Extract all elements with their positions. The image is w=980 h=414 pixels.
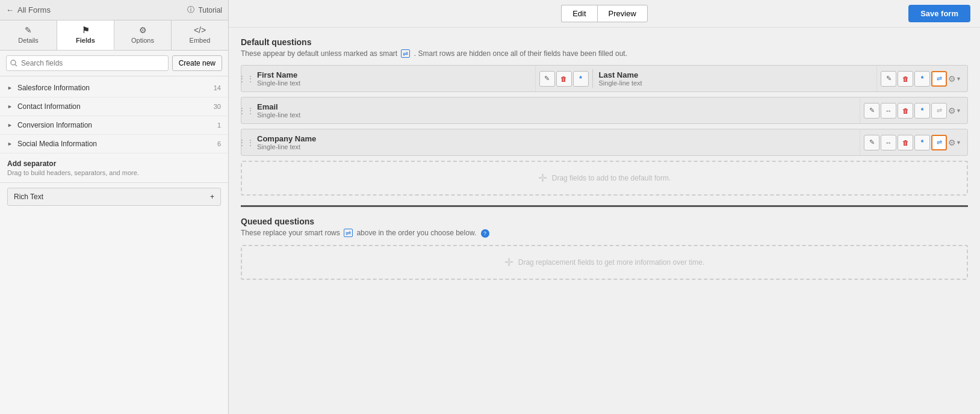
gear-icon: ⚙ (948, 106, 956, 116)
form-row-3-content: Company Name Single-line text ✎ ↔ 🗑 (251, 129, 967, 155)
email-actions: ✎ ↔ 🗑 * ⇌ (860, 97, 967, 123)
arrows-icon: ↔ (885, 139, 892, 146)
add-separator-section: Add separator Drag to build headers, sep… (0, 153, 228, 183)
edit-button[interactable]: Edit (561, 5, 597, 22)
tab-fields-label: Fields (76, 37, 95, 44)
smart-last-name-button[interactable]: ⇌ (931, 71, 947, 87)
gear-icon: ⚙ (948, 74, 956, 84)
sidebar-item-contact[interactable]: ► Contact Information 30 (0, 97, 228, 116)
queued-subtitle-suffix: above in the order you choose below. (356, 229, 476, 237)
tab-fields[interactable]: ⚑ Fields (57, 20, 114, 50)
chevron-down-icon: ▼ (956, 140, 961, 146)
smart-company-name-button[interactable]: ⇌ (931, 135, 947, 150)
sidebar-search-bar: Create new (0, 51, 228, 76)
tab-options-label: Options (131, 37, 154, 44)
pencil-icon: ✎ (869, 107, 875, 114)
delete-email-button[interactable]: 🗑 (898, 103, 913, 119)
all-forms-label: All Forms (17, 5, 51, 14)
first-name-type: Single-line text (257, 79, 529, 87)
edit-last-name-button[interactable]: ✎ (881, 71, 896, 87)
subtitle-suffix: . Smart rows are hidden once all of thei… (414, 49, 627, 58)
create-new-button[interactable]: Create new (172, 55, 222, 71)
trash-icon: 🗑 (902, 75, 909, 82)
gear-last-name-button[interactable]: ⚙ ▼ (948, 71, 964, 87)
smart-icon: ⇌ (937, 138, 942, 146)
details-icon: ✎ (25, 25, 32, 35)
asterisk-icon: * (921, 107, 924, 115)
queued-subtitle-text: These replace your smart rows (241, 229, 340, 237)
tab-details[interactable]: ✎ Details (0, 20, 57, 50)
queued-help-icon[interactable]: ? (481, 229, 489, 238)
section-divider (241, 205, 968, 207)
last-name-actions: ✎ 🗑 * ⇌ ⚙ (877, 66, 967, 91)
sidebar-item-salesforce-count: 14 (214, 84, 221, 91)
arrows-icon: ↔ (885, 107, 892, 114)
email-type: Single-line text (257, 111, 854, 119)
queued-questions-section: Queued questions These replace your smar… (241, 217, 968, 280)
required-company-name-button[interactable]: * (914, 135, 930, 150)
drag-cross-icon-queued: ✛ (504, 256, 513, 269)
tab-options[interactable]: ⚙ Options (114, 20, 172, 50)
first-name-actions: ✎ 🗑 * (536, 66, 592, 91)
help-circle-icon: ⓘ (187, 5, 194, 15)
fields-icon: ⚑ (82, 25, 90, 35)
drag-handle[interactable]: ⋮⋮ (241, 66, 251, 91)
sidebar-item-social[interactable]: ► Social Media Information 6 (0, 135, 228, 153)
form-row-2: ⋮⋮ Email Single-line text ✎ ↔ (241, 97, 968, 124)
first-name-field: First Name Single-line text (251, 66, 536, 91)
required-email-button[interactable]: * (914, 103, 930, 119)
expand-arrow-icon: ► (7, 85, 13, 91)
subtitle-text: These appear by default unless marked as… (241, 49, 397, 58)
tutorial-label: Tutorial (198, 6, 222, 14)
rich-text-button[interactable]: Rich Text + (7, 188, 221, 206)
delete-company-name-button[interactable]: 🗑 (898, 135, 913, 150)
asterisk-icon: * (579, 75, 582, 83)
preview-button[interactable]: Preview (597, 5, 648, 22)
edit-company-name-button[interactable]: ✎ (864, 135, 879, 150)
required-first-name-button[interactable]: * (573, 71, 589, 87)
first-name-label: First Name (257, 70, 529, 79)
edit-first-name-button[interactable]: ✎ (539, 71, 555, 87)
form-row-3: ⋮⋮ Company Name Single-line text ✎ ↔ (241, 129, 968, 156)
sidebar-item-conversion-count: 1 (217, 122, 221, 129)
sidebar-item-contact-label: Contact Information (17, 102, 214, 111)
search-input[interactable] (6, 55, 169, 71)
sidebar-item-social-label: Social Media Information (17, 140, 217, 148)
sidebar-item-conversion[interactable]: ► Conversion Information 1 (0, 116, 228, 135)
company-name-field: Company Name Single-line text (251, 129, 860, 155)
sidebar-item-salesforce-label: Salesforce Information (17, 84, 214, 92)
pencil-icon: ✎ (544, 75, 550, 82)
smart-inline-icon-queued: ⇌ (344, 229, 353, 237)
swap-email-button[interactable]: ↔ (881, 103, 896, 119)
tab-embed[interactable]: </> Embed (172, 20, 228, 50)
swap-company-name-button[interactable]: ↔ (881, 135, 896, 150)
expand-arrow-icon: ► (7, 141, 13, 147)
sidebar-header: ← All Forms ⓘ Tutorial (0, 0, 228, 20)
default-questions-subtitle: These appear by default unless marked as… (241, 49, 968, 58)
sidebar-tabs: ✎ Details ⚑ Fields ⚙ Options </> Embed (0, 20, 228, 51)
delete-last-name-button[interactable]: 🗑 (898, 71, 913, 87)
smart-email-button[interactable]: ⇌ (931, 103, 947, 119)
expand-arrow-icon: ► (7, 104, 13, 110)
gear-email-button[interactable]: ⚙ ▼ (948, 103, 964, 119)
required-last-name-button[interactable]: * (914, 71, 930, 87)
save-form-button[interactable]: Save form (908, 5, 970, 22)
gear-company-name-button[interactable]: ⚙ ▼ (948, 135, 964, 150)
sidebar: ← All Forms ⓘ Tutorial ✎ Details ⚑ Field… (0, 0, 229, 414)
sidebar-tutorial[interactable]: ⓘ Tutorial (187, 5, 222, 15)
default-questions-section: Default questions These appear by defaul… (241, 37, 968, 196)
trash-icon: 🗑 (560, 75, 567, 82)
sidebar-item-salesforce[interactable]: ► Salesforce Information 14 (0, 79, 228, 97)
edit-email-button[interactable]: ✎ (864, 103, 879, 119)
drag-handle[interactable]: ⋮⋮ (241, 129, 251, 155)
delete-first-name-button[interactable]: 🗑 (556, 71, 572, 87)
form-row-2-content: Email Single-line text ✎ ↔ 🗑 (251, 97, 967, 123)
drag-handle[interactable]: ⋮⋮ (241, 97, 251, 123)
asterisk-icon: * (921, 138, 924, 147)
tab-details-label: Details (18, 37, 39, 44)
sidebar-back[interactable]: ← All Forms (6, 5, 51, 14)
last-name-field: Last Name Single-line text (593, 66, 878, 91)
add-separator-title: Add separator (7, 159, 221, 168)
chevron-down-icon: ▼ (956, 108, 961, 114)
queued-questions-title: Queued questions (241, 217, 968, 226)
